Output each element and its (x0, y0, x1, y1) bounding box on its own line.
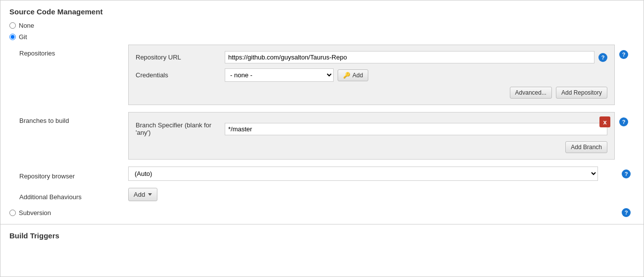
add-behaviour-button[interactable]: Add (128, 188, 157, 201)
page-title: Source Code Management (9, 7, 635, 16)
credentials-select[interactable]: - none - (225, 68, 334, 82)
scm-subversion-label: Subversion (19, 209, 51, 217)
scm-subversion-radio[interactable] (9, 210, 16, 216)
repo-browser-help-icon[interactable]: ? (622, 169, 631, 178)
repositories-label: Repositories (9, 45, 128, 57)
scm-none-label: None (19, 22, 34, 29)
scm-git-label: Git (19, 33, 27, 41)
add-repository-button[interactable]: Add Repository (556, 87, 607, 99)
key-icon: 🔑 (343, 72, 350, 79)
repo-url-label: Repository URL (136, 54, 225, 61)
advanced-button[interactable]: Advanced... (510, 87, 552, 99)
repo-browser-label: Repository browser (9, 167, 128, 180)
branch-specifier-input[interactable] (225, 123, 607, 135)
chevron-down-icon (148, 193, 152, 196)
add-behaviour-label: Add (134, 191, 145, 198)
add-branch-button[interactable]: Add Branch (565, 141, 607, 153)
delete-branch-button[interactable]: x (599, 116, 610, 127)
repo-url-input[interactable] (225, 51, 594, 63)
add-credentials-button[interactable]: 🔑 Add (338, 69, 368, 81)
repositories-help-icon[interactable]: ? (619, 50, 628, 59)
credentials-label: Credentials (136, 71, 225, 79)
subversion-help-icon[interactable]: ? (622, 208, 631, 217)
branch-specifier-label: Branch Specifier (blank for 'any') (136, 121, 225, 136)
branches-label: Branches to build (9, 112, 128, 124)
branches-help-icon[interactable]: ? (619, 117, 628, 126)
scm-git-radio[interactable] (9, 34, 16, 40)
build-triggers-title: Build Triggers (9, 231, 635, 240)
additional-behaviours-label: Additional Behaviours (9, 188, 128, 201)
repo-url-help-icon[interactable]: ? (598, 53, 607, 62)
add-credentials-label: Add (352, 72, 363, 79)
scm-none-radio[interactable] (9, 22, 16, 29)
repo-browser-select[interactable]: (Auto) (128, 166, 598, 181)
